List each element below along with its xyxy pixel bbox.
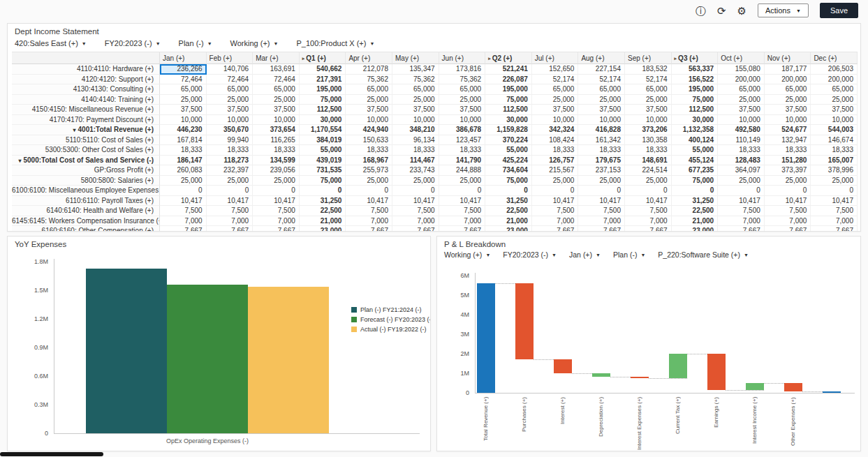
legend-item-3[interactable]: Actual (-) FY19:2022 (-) bbox=[351, 326, 431, 333]
row-header[interactable]: 5800:5800: Salaries (+) bbox=[12, 176, 160, 186]
grid-cell[interactable]: 455,124 bbox=[672, 156, 719, 166]
grid-cell[interactable]: 18,333 bbox=[625, 145, 672, 156]
grid-cell[interactable]: 65,000 bbox=[160, 84, 207, 95]
grid-cell[interactable]: 7,667 bbox=[765, 226, 811, 231]
grid-cell[interactable]: 112,500 bbox=[485, 105, 532, 115]
grid-cell[interactable]: 7,667 bbox=[439, 226, 486, 231]
yoy-bar-2[interactable] bbox=[167, 285, 248, 433]
grid-cell[interactable]: 25,000 bbox=[765, 176, 811, 186]
grid-cell[interactable]: 65,000 bbox=[439, 84, 486, 95]
pnl-pov-dropdown-2[interactable]: FY20:2023 (-)▼ bbox=[503, 250, 557, 259]
grid-cell[interactable]: 224,514 bbox=[625, 165, 672, 176]
column-header[interactable]: Jul (+) bbox=[532, 52, 579, 64]
grid-cell[interactable]: 1,132,358 bbox=[672, 125, 719, 135]
row-header[interactable]: 4170:4170: Payment Discount (+) bbox=[12, 115, 160, 126]
grid-cell[interactable]: 386,678 bbox=[439, 125, 486, 135]
grid-cell[interactable]: 161,342 bbox=[578, 135, 625, 146]
grid-cell[interactable]: 75,000 bbox=[300, 95, 346, 105]
grid-cell[interactable]: 25,000 bbox=[253, 176, 300, 186]
waterfall-bar-3[interactable] bbox=[554, 359, 572, 373]
grid-cell[interactable]: 7,500 bbox=[578, 206, 625, 216]
grid-cell[interactable]: 52,174 bbox=[532, 75, 579, 85]
grid-pov-dropdown-5[interactable]: P_100:Product X (+)▼ bbox=[296, 39, 374, 47]
collapse-icon[interactable]: ▾ bbox=[73, 127, 76, 133]
grid-cell[interactable]: 10,000 bbox=[160, 115, 207, 126]
grid-cell[interactable]: 141,790 bbox=[439, 156, 486, 166]
grid-cell[interactable]: 21,000 bbox=[672, 216, 719, 227]
grid-cell[interactable]: 7,000 bbox=[207, 216, 253, 227]
grid-cell[interactable]: 126,757 bbox=[532, 156, 579, 166]
grid-cell[interactable]: 416,828 bbox=[578, 125, 625, 135]
grid-cell[interactable]: 96,134 bbox=[392, 135, 439, 146]
grid-cell[interactable]: 10,417 bbox=[253, 196, 300, 207]
grid-cell[interactable]: 156,522 bbox=[672, 75, 719, 85]
grid-cell[interactable]: 7,000 bbox=[718, 216, 765, 227]
grid-cell[interactable]: 25,000 bbox=[439, 95, 486, 105]
grid-cell[interactable]: 1,159,828 bbox=[485, 125, 532, 135]
grid-cell[interactable]: 7,667 bbox=[160, 226, 207, 231]
grid-cell[interactable]: 25,000 bbox=[160, 95, 207, 105]
grid-cell[interactable]: 25,000 bbox=[578, 95, 625, 105]
grid-cell[interactable]: 173,816 bbox=[439, 64, 486, 75]
grid-cell[interactable]: 10,000 bbox=[578, 115, 625, 126]
grid-cell[interactable]: 373,206 bbox=[625, 125, 672, 135]
grid-cell[interactable]: 65,000 bbox=[811, 84, 858, 95]
grid-cell[interactable]: 128,483 bbox=[718, 156, 765, 166]
grid-cell[interactable]: 25,000 bbox=[532, 95, 579, 105]
grid-cell[interactable]: 0 bbox=[532, 186, 579, 196]
grid-cell[interactable]: 10,000 bbox=[765, 115, 811, 126]
grid-cell[interactable]: 25,000 bbox=[811, 176, 858, 186]
grid-cell[interactable]: 65,000 bbox=[532, 84, 579, 95]
grid-cell[interactable]: 540,662 bbox=[300, 64, 346, 75]
grid-cell[interactable]: 118,273 bbox=[207, 156, 253, 166]
grid-cell[interactable]: 75,000 bbox=[485, 95, 532, 105]
grid-cell[interactable]: 75,000 bbox=[672, 95, 719, 105]
grid-cell[interactable]: 52,174 bbox=[625, 75, 672, 85]
grid-cell[interactable]: 521,241 bbox=[485, 64, 532, 75]
grid-cell[interactable]: 1,170,554 bbox=[300, 125, 346, 135]
grid-cell[interactable]: 10,417 bbox=[765, 196, 811, 207]
grid-cell[interactable]: 0 bbox=[625, 186, 672, 196]
grid-cell[interactable]: 18,333 bbox=[532, 145, 579, 156]
grid-cell[interactable]: 179,675 bbox=[578, 156, 625, 166]
grid-cell[interactable]: 140,706 bbox=[207, 64, 253, 75]
grid-cell[interactable]: 0 bbox=[811, 186, 858, 196]
grid-cell[interactable]: 187,177 bbox=[765, 64, 811, 75]
grid-cell[interactable]: 22,500 bbox=[672, 206, 719, 216]
yoy-bar-3[interactable] bbox=[248, 287, 329, 433]
grid-cell[interactable]: 200,000 bbox=[718, 75, 765, 85]
grid-cell[interactable]: 150,633 bbox=[346, 135, 392, 146]
grid-cell[interactable]: 10,417 bbox=[532, 196, 579, 207]
grid-cell[interactable]: 7,500 bbox=[253, 206, 300, 216]
grid-cell[interactable]: 75,000 bbox=[485, 176, 532, 186]
grid-cell[interactable]: 25,000 bbox=[811, 95, 858, 105]
grid-cell[interactable]: 239,056 bbox=[253, 165, 300, 176]
grid-cell[interactable]: 75,000 bbox=[300, 176, 346, 186]
grid-cell[interactable]: 7,667 bbox=[532, 226, 579, 231]
grid-cell[interactable]: 65,000 bbox=[346, 84, 392, 95]
grid-cell[interactable]: 65,000 bbox=[207, 84, 253, 95]
pnl-pov-dropdown-1[interactable]: Working (+)▼ bbox=[444, 250, 490, 259]
grid-cell[interactable]: 151,280 bbox=[765, 156, 811, 166]
grid-cell[interactable]: 7,667 bbox=[718, 226, 765, 231]
grid-cell[interactable]: 0 bbox=[207, 186, 253, 196]
grid-cell[interactable]: 7,667 bbox=[811, 226, 858, 231]
gear-icon[interactable]: ⚙ bbox=[737, 6, 746, 16]
row-header[interactable]: 6100:6100: Miscellaneous Employee Expens… bbox=[12, 186, 160, 196]
grid-cell[interactable]: 236,266 bbox=[160, 64, 207, 75]
grid-cell[interactable]: 37,500 bbox=[207, 105, 253, 115]
grid-cell[interactable]: 112,500 bbox=[672, 105, 719, 115]
grid-cell[interactable]: 563,337 bbox=[672, 64, 719, 75]
grid-cell[interactable]: 7,000 bbox=[253, 216, 300, 227]
grid-cell[interactable]: 18,333 bbox=[718, 145, 765, 156]
grid-cell[interactable]: 55,000 bbox=[485, 145, 532, 156]
grid-cell[interactable]: 123,457 bbox=[439, 135, 486, 146]
grid-cell[interactable]: 373,654 bbox=[253, 125, 300, 135]
grid-pov-dropdown-2[interactable]: FY20:2023 (-)▼ bbox=[105, 39, 161, 47]
grid-cell[interactable]: 75,362 bbox=[392, 75, 439, 85]
save-button[interactable]: Save bbox=[820, 3, 858, 18]
grid-cell[interactable]: 37,500 bbox=[625, 105, 672, 115]
grid-cell[interactable]: 65,000 bbox=[578, 84, 625, 95]
grid-cell[interactable]: 7,500 bbox=[207, 206, 253, 216]
grid-cell[interactable]: 168,967 bbox=[346, 156, 392, 166]
